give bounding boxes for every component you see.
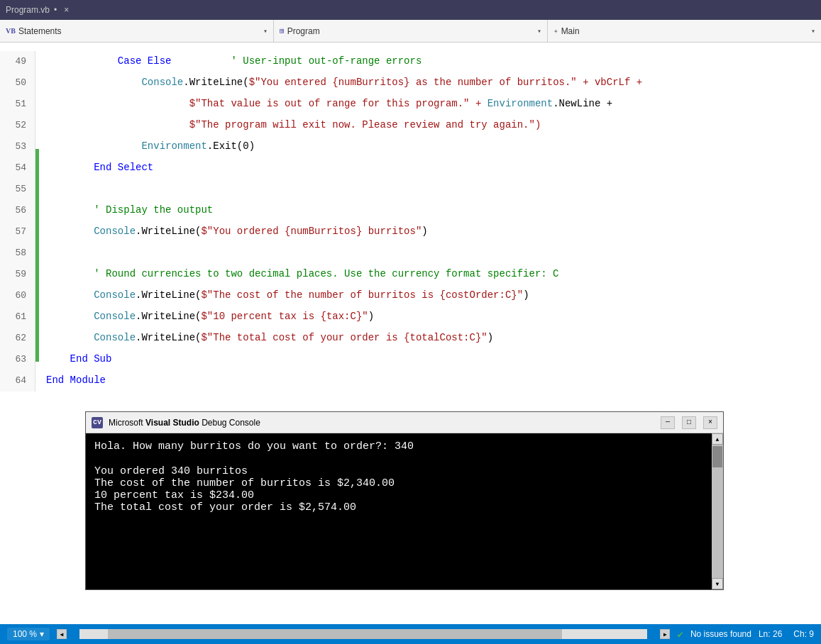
dirty-indicator: • bbox=[54, 5, 57, 15]
program-label: Program bbox=[287, 26, 534, 36]
line-indicator bbox=[35, 234, 39, 255]
main-area: 49 Case Else ' User-input out-of-range e… bbox=[0, 43, 821, 624]
console-output-line bbox=[94, 453, 715, 465]
console-icon: cv bbox=[92, 417, 103, 428]
console-title-bar: cv Microsoft Visual Studio Debug Console… bbox=[86, 412, 723, 433]
console-output-line: Hola. How many burritos do you want to o… bbox=[94, 440, 715, 453]
program-arrow: ▾ bbox=[537, 27, 541, 35]
nav-program[interactable]: ⊞ Program ▾ bbox=[274, 20, 548, 42]
code-line: 50 Console.WriteLine($"You entered {numB… bbox=[0, 64, 821, 85]
line-indicator bbox=[35, 170, 39, 191]
code-line: 56 ' Display the output bbox=[0, 191, 821, 213]
main-icon: ✦ bbox=[553, 26, 558, 35]
code-line: 59 ' Round currencies to two decimal pla… bbox=[0, 255, 821, 277]
code-line: 55 bbox=[0, 170, 821, 191]
code-line: 63 End Sub bbox=[0, 340, 821, 362]
console-title-text: Microsoft Visual Studio Debug Console bbox=[109, 418, 654, 428]
code-line: 58 bbox=[0, 234, 821, 255]
console-output-line: 10 percent tax is $234.00 bbox=[94, 489, 715, 501]
nav-bar: VB Statements ▾ ⊞ Program ▾ ✦ Main ▾ bbox=[0, 20, 821, 43]
vb-icon: VB bbox=[6, 27, 16, 35]
console-scrollbar[interactable]: ▲ ▼ bbox=[712, 433, 723, 589]
col-number: Ch: 9 bbox=[793, 629, 814, 639]
console-close[interactable]: × bbox=[703, 416, 717, 429]
main-label: Main bbox=[561, 26, 808, 36]
code-line: 53 Environment.Exit(0) bbox=[0, 128, 821, 149]
status-bar: 100 % ▾ ◀ ▶ ✔ No issues found Ln: 26 Ch:… bbox=[0, 624, 821, 644]
console-minimize[interactable]: ─ bbox=[661, 416, 675, 429]
code-line: 51 $"That value is out of range for this… bbox=[0, 85, 821, 106]
console-output-line: You ordered 340 burritos bbox=[94, 465, 715, 477]
title-bar: Program.vb • × bbox=[0, 0, 821, 20]
statements-arrow: ▾ bbox=[263, 27, 268, 35]
code-line: 49 Case Else ' User-input out-of-range e… bbox=[0, 43, 821, 64]
code-line: 54 End Select bbox=[0, 149, 821, 170]
tab-close[interactable]: × bbox=[64, 5, 69, 15]
code-line: 60 Console.WriteLine($"The cost of the n… bbox=[0, 277, 821, 298]
scroll-thumb[interactable] bbox=[712, 446, 722, 467]
scrollbar-thumb[interactable] bbox=[108, 629, 562, 639]
line-number: Ln: 26 bbox=[759, 629, 782, 639]
scroll-up[interactable]: ▲ bbox=[712, 433, 723, 445]
code-line: 52 $"The program will exit now. Please r… bbox=[0, 106, 821, 128]
code-line: 64End Module bbox=[0, 362, 821, 383]
console-output-line: The total cost of your order is $2,574.0… bbox=[94, 501, 715, 513]
zoom-control[interactable]: 100 % ▾ bbox=[7, 628, 50, 640]
zoom-arrow: ▾ bbox=[40, 629, 44, 639]
main-arrow: ▾ bbox=[811, 27, 815, 35]
scroll-left-btn[interactable]: ◀ bbox=[57, 629, 67, 639]
code-content[interactable]: End Module bbox=[39, 370, 106, 391]
statements-label: Statements bbox=[18, 26, 260, 36]
console-output-line: The cost of the number of burritos is $2… bbox=[94, 477, 715, 489]
code-line: 61 Console.WriteLine($"10 percent tax is… bbox=[0, 298, 821, 319]
program-icon: ⊞ bbox=[280, 26, 285, 35]
status-message: No issues found bbox=[690, 629, 751, 639]
nav-main[interactable]: ✦ Main ▾ bbox=[548, 20, 821, 42]
code-line: 62 Console.WriteLine($"The total cost of… bbox=[0, 319, 821, 340]
status-position: Ln: 26 Ch: 9 bbox=[759, 629, 814, 639]
zoom-level: 100 % bbox=[13, 629, 37, 639]
tab-filename: Program.vb bbox=[6, 5, 50, 15]
debug-console: cv Microsoft Visual Studio Debug Console… bbox=[85, 411, 724, 590]
line-number: 64 bbox=[0, 370, 35, 392]
scroll-down[interactable]: ▼ bbox=[712, 578, 723, 589]
status-check-icon: ✔ bbox=[677, 628, 683, 640]
scroll-right-btn[interactable]: ▶ bbox=[660, 629, 670, 639]
console-maximize[interactable]: □ bbox=[682, 416, 696, 429]
console-body: Hola. How many burritos do you want to o… bbox=[86, 433, 723, 589]
horizontal-scrollbar[interactable] bbox=[79, 629, 647, 639]
nav-statements[interactable]: VB Statements ▾ bbox=[0, 20, 274, 42]
code-line: 57 Console.WriteLine($"You ordered {numB… bbox=[0, 213, 821, 234]
